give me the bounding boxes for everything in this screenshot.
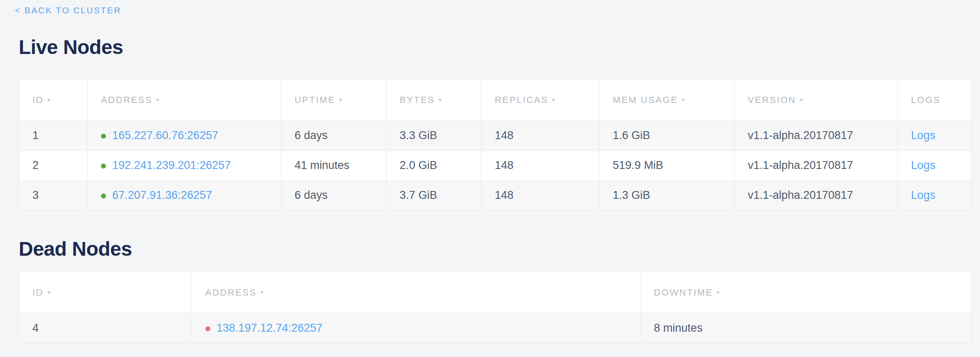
cell-logs: Logs <box>898 151 971 181</box>
sort-arrow-icon: ▾ <box>717 289 720 296</box>
node-live-icon <box>101 134 106 139</box>
column-header-replicas[interactable]: REPLICAS▾ <box>481 79 599 121</box>
cell-address: 67.207.91.36:26257 <box>87 181 281 210</box>
sort-arrow-icon: ▾ <box>552 96 555 103</box>
cell-id: 4 <box>19 313 192 343</box>
table-header-row: ID▾ ADDRESS▾ DOWNTIME▾ <box>19 272 971 313</box>
cell-address: 165.227.60.76:26257 <box>87 121 281 151</box>
column-header-label: UPTIME <box>295 95 335 105</box>
node-live-icon <box>101 193 106 198</box>
node-dead-icon <box>205 326 210 331</box>
node-logs-link[interactable]: Logs <box>911 129 936 142</box>
cell-id: 2 <box>19 151 88 181</box>
node-address-link[interactable]: 165.227.60.76:26257 <box>112 129 218 142</box>
cell-version: v1.1-alpha.20170817 <box>734 121 898 151</box>
table-header-row: ID▾ ADDRESS▾ UPTIME▾ BYTES▾ REPLICAS▾ ME… <box>19 79 971 121</box>
node-address-link[interactable]: 138.197.12.74:26257 <box>217 322 323 334</box>
column-header-address[interactable]: ADDRESS▾ <box>87 79 281 121</box>
column-header-label: MEM USAGE <box>613 95 678 105</box>
live-nodes-table: ID▾ ADDRESS▾ UPTIME▾ BYTES▾ REPLICAS▾ ME… <box>19 79 971 210</box>
column-header-label: REPLICAS <box>495 95 548 105</box>
column-header-mem-usage[interactable]: MEM USAGE▾ <box>599 79 734 121</box>
node-live-icon <box>101 164 106 169</box>
column-header-version[interactable]: VERSION▾ <box>734 79 898 121</box>
column-header-label: VERSION <box>748 95 796 105</box>
table-row: 3 67.207.91.36:26257 6 days 3.7 GiB 148 … <box>19 181 971 210</box>
cell-logs: Logs <box>898 121 971 151</box>
column-header-label: BYTES <box>400 95 435 105</box>
column-header-bytes[interactable]: BYTES▾ <box>386 79 481 121</box>
cell-address: 138.197.12.74:26257 <box>192 313 640 343</box>
column-header-downtime[interactable]: DOWNTIME▾ <box>640 272 971 313</box>
cell-address: 192.241.239.201:26257 <box>87 151 281 181</box>
cell-bytes: 2.0 GiB <box>386 151 481 181</box>
node-logs-link[interactable]: Logs <box>911 159 936 171</box>
column-header-address[interactable]: ADDRESS▾ <box>192 272 640 313</box>
cell-mem-usage: 1.6 GiB <box>599 121 734 151</box>
column-header-uptime[interactable]: UPTIME▾ <box>281 79 386 121</box>
table-row: 4 138.197.12.74:26257 8 minutes <box>19 313 971 343</box>
sort-arrow-icon: ▾ <box>339 96 342 103</box>
sort-arrow-icon: ▾ <box>800 96 803 103</box>
live-nodes-title: Live Nodes <box>19 36 971 59</box>
cell-logs: Logs <box>898 181 971 210</box>
sort-arrow-icon: ▾ <box>47 96 50 103</box>
cell-replicas: 148 <box>481 151 599 181</box>
cell-bytes: 3.7 GiB <box>386 181 481 210</box>
cell-mem-usage: 519.9 MiB <box>599 151 734 181</box>
cell-version: v1.1-alpha.20170817 <box>734 151 898 181</box>
page-content: Live Nodes ID▾ ADDRESS▾ UPTIME▾ BYTES▾ R… <box>0 0 980 343</box>
cell-version: v1.1-alpha.20170817 <box>734 181 898 210</box>
column-header-id[interactable]: ID▾ <box>19 79 88 121</box>
column-header-label: LOGS <box>911 95 941 105</box>
sort-arrow-icon: ▾ <box>261 289 263 296</box>
sort-arrow-icon: ▾ <box>438 96 441 103</box>
sort-arrow-icon: ▾ <box>682 96 685 103</box>
dead-nodes-table: ID▾ ADDRESS▾ DOWNTIME▾ 4 138.197.12.74:2… <box>19 271 971 343</box>
cell-mem-usage: 1.3 GiB <box>599 181 734 210</box>
column-header-label: DOWNTIME <box>654 287 713 298</box>
node-address-link[interactable]: 67.207.91.36:26257 <box>112 189 212 201</box>
cell-replicas: 148 <box>481 121 599 151</box>
table-row: 1 165.227.60.76:26257 6 days 3.3 GiB 148… <box>19 121 971 151</box>
cell-replicas: 148 <box>481 181 599 210</box>
column-header-label: ID <box>32 95 44 105</box>
cell-uptime: 6 days <box>281 121 386 151</box>
column-header-id[interactable]: ID▾ <box>19 272 192 313</box>
column-header-logs: LOGS <box>898 79 971 121</box>
cell-bytes: 3.3 GiB <box>386 121 481 151</box>
back-to-cluster-link[interactable]: < BACK TO CLUSTER <box>15 5 121 15</box>
cell-id: 1 <box>19 121 88 151</box>
cell-uptime: 41 minutes <box>281 151 386 181</box>
column-header-label: ADDRESS <box>101 95 153 105</box>
column-header-label: ID <box>32 287 44 298</box>
node-address-link[interactable]: 192.241.239.201:26257 <box>112 159 231 171</box>
node-logs-link[interactable]: Logs <box>911 189 936 201</box>
dead-nodes-title: Dead Nodes <box>19 237 971 261</box>
sort-arrow-icon: ▾ <box>156 96 159 103</box>
cell-downtime: 8 minutes <box>640 313 971 343</box>
sort-arrow-icon: ▾ <box>47 289 50 296</box>
column-header-label: ADDRESS <box>205 287 257 298</box>
cell-id: 3 <box>19 181 88 210</box>
table-row: 2 192.241.239.201:26257 41 minutes 2.0 G… <box>19 151 971 181</box>
cell-uptime: 6 days <box>281 181 386 210</box>
